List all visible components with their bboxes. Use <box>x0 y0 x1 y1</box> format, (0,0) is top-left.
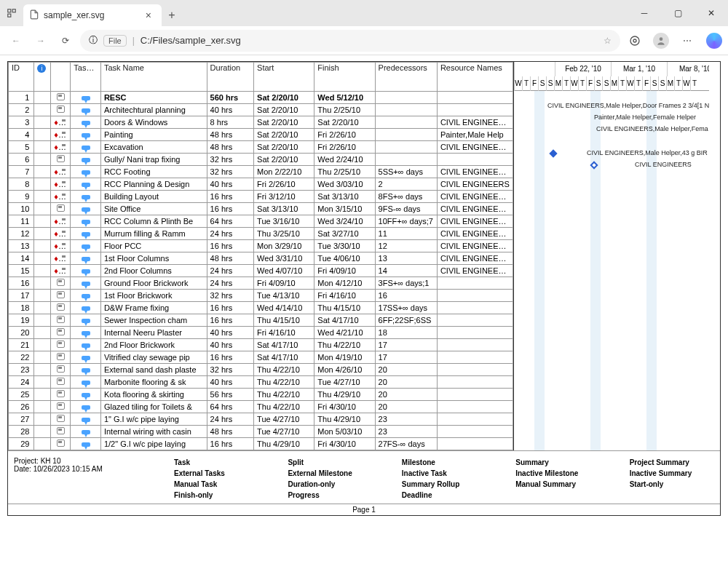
col-info[interactable]: i <box>34 63 51 92</box>
table-row[interactable]: 4♦ Painting48 hrsSat 2/20/10Fri 2/26/10P… <box>9 129 513 141</box>
legend-item: Summary <box>515 457 600 468</box>
col-resources[interactable]: Resource Names <box>437 63 513 92</box>
timeline-day-label: F <box>642 76 650 91</box>
svg-point-4 <box>633 39 636 42</box>
gantt-annotation: CIVIL ENGINEERS,Male Helper,Fema <box>596 125 708 132</box>
pin-icon <box>82 430 90 434</box>
weekend-stripe <box>590 91 601 450</box>
back-button[interactable]: ← <box>6 31 26 51</box>
legend-item: Manual Task <box>174 479 258 490</box>
favorite-icon[interactable]: ☆ <box>604 36 612 46</box>
note-icon <box>57 303 65 311</box>
table-row[interactable]: 8♦ RCC Planning & Design40 hrsFri 2/26/1… <box>9 178 513 191</box>
note-icon <box>57 316 65 323</box>
pin-icon <box>82 195 90 199</box>
header-row: ID i Task Mode Task Name Duration Start … <box>9 63 513 92</box>
extensions-icon[interactable] <box>625 31 645 51</box>
table-row[interactable]: 22Vitrified clay sewage pip16 hrsSat 4/1… <box>9 351 513 364</box>
pin-icon <box>82 269 90 274</box>
info-icon: i <box>37 64 46 73</box>
table-row[interactable]: 2Architechtural planning40 hrsSat 2/20/1… <box>9 104 513 116</box>
table-row[interactable]: 3♦ Doors & Windows8 hrsSat 2/20/10Sat 2/… <box>9 116 513 129</box>
col-start[interactable]: Start <box>254 63 314 92</box>
legend-item: Deadline <box>402 490 486 501</box>
browser-tab[interactable]: sample_xer.svg × <box>23 4 162 26</box>
timeline-day-label: T <box>674 76 682 91</box>
app-menu-icon[interactable] <box>0 8 23 18</box>
table-row[interactable]: 24Marbonite flooring & sk40 hrsThu 4/22/… <box>9 376 513 389</box>
timeline-day-label: S <box>594 76 602 91</box>
tab-title: sample_xer.svg <box>44 10 138 20</box>
col-id[interactable]: ID <box>9 63 34 92</box>
col-indicator[interactable] <box>51 63 71 92</box>
note-icon <box>57 106 65 113</box>
window-maximize-button[interactable]: ▢ <box>661 0 695 26</box>
legend-item: Inactive Summary <box>630 468 714 479</box>
col-name[interactable]: Task Name <box>100 63 207 92</box>
gantt-timeline[interactable]: Feb 22, '10Mar 1, '10Mar 8, '10 WTFSSMTW… <box>514 62 709 450</box>
table-row[interactable]: 9♦ Building Layout16 hrsFri 3/12/10Sat 3… <box>9 191 513 203</box>
table-row[interactable]: 6Gully/ Nani trap fixing32 hrsSat 2/20/1… <box>9 154 513 166</box>
page-icon <box>29 9 39 22</box>
table-row[interactable]: 11♦ RCC Column & Plinth Be64 hrsTue 3/16… <box>9 215 513 228</box>
timeline-day-label: S <box>602 76 610 91</box>
note-icon <box>57 353 65 360</box>
task-table[interactable]: ID i Task Mode Task Name Duration Start … <box>8 62 513 450</box>
table-row[interactable]: 20Internal Neeru Plaster40 hrsFri 4/16/1… <box>9 327 513 339</box>
table-row[interactable]: 15♦ 2nd Floor Columns24 hrsWed 4/07/10Fr… <box>9 265 513 277</box>
new-tab-button[interactable]: + <box>162 9 182 22</box>
table-row[interactable]: 19Sewer Inspection cham16 hrsThu 4/15/10… <box>9 314 513 327</box>
more-icon[interactable]: ⋯ <box>677 31 697 51</box>
note-icon <box>57 415 65 422</box>
pin-icon <box>82 232 90 236</box>
col-mode[interactable]: Task Mode <box>71 63 101 92</box>
table-row[interactable]: 291/2" G.I w/c pipe laying16 hrsThu 4/29… <box>9 438 513 450</box>
table-row[interactable]: 7♦ RCC Footing32 hrsMon 2/22/10Thu 2/25/… <box>9 166 513 178</box>
info-icon[interactable]: ⓘ <box>89 34 98 47</box>
table-row[interactable]: 18D&W Frame fixing16 hrsWed 4/14/10Thu 4… <box>9 302 513 314</box>
gantt-annotation: CIVIL ENGINEERS,Male Helper,Door Frames … <box>547 102 709 109</box>
timeline-day-label: S <box>546 76 554 91</box>
table-row[interactable]: 14♦ 1st Floor Columns48 hrsWed 3/31/10Tu… <box>9 252 513 265</box>
pin-icon <box>82 146 90 150</box>
window-close-button[interactable]: ✕ <box>695 0 728 26</box>
pin-icon <box>82 381 90 385</box>
table-row[interactable]: 212nd Floor Brickwork40 hrsSat 4/17/10Th… <box>9 339 513 351</box>
legend-item: Finish-only <box>174 490 258 501</box>
table-row[interactable]: 10Site Office16 hrsSat 3/13/10Mon 3/15/1… <box>9 203 513 215</box>
legend-item: Manual Summary <box>515 479 600 490</box>
window-minimize-button[interactable]: ─ <box>628 0 661 26</box>
table-row[interactable]: 171st Floor Brickwork32 hrsTue 4/13/10Fr… <box>9 290 513 302</box>
refresh-button[interactable]: ⟳ <box>55 31 76 51</box>
timeline-day-label: W <box>514 76 522 91</box>
legend-footer: Project: KH 10 Date: 10/26/2023 10:15 AM… <box>8 450 720 504</box>
table-row[interactable]: 12♦ Murrum filling & Ramm24 hrsThu 3/25/… <box>9 228 513 240</box>
pin-icon <box>82 207 90 212</box>
note-icon <box>57 439 65 447</box>
legend-item: External Tasks <box>174 468 258 479</box>
col-duration[interactable]: Duration <box>207 63 254 92</box>
table-row[interactable]: 23External sand dash plaste32 hrsThu 4/2… <box>9 364 513 376</box>
table-row[interactable]: 5♦ Excavation48 hrsSat 2/20/10Fri 2/26/1… <box>9 141 513 154</box>
timeline-day-label: S <box>650 76 658 91</box>
col-finish[interactable]: Finish <box>314 63 375 92</box>
table-row[interactable]: 16Ground Floor Brickwork24 hrsFri 4/09/1… <box>9 277 513 290</box>
pin-icon <box>82 96 90 100</box>
table-row[interactable]: 28Internal wiring with casin48 hrsTue 4/… <box>9 426 513 438</box>
table-row[interactable]: 26Glazed tiling for Toilets &64 hrsThu 4… <box>9 401 513 413</box>
table-row[interactable]: 13♦ Floor PCC16 hrsMon 3/29/10Tue 3/30/1… <box>9 240 513 252</box>
table-row[interactable]: 271" G.I w/c pipe laying24 hrsTue 4/27/1… <box>9 413 513 426</box>
pin-icon <box>82 158 90 162</box>
profile-button[interactable] <box>651 31 671 51</box>
pin-icon <box>82 331 90 335</box>
url-input[interactable]: ⓘ File | C:/Files/sample_xer.svg ☆ <box>80 30 620 52</box>
pin-icon <box>82 183 90 187</box>
timeline-day-label: T <box>690 76 698 91</box>
tab-close-icon[interactable]: × <box>143 9 154 21</box>
col-predecessors[interactable]: Predecessors <box>375 63 437 92</box>
table-row[interactable]: 25Kota flooring & skirting56 hrsThu 4/22… <box>9 389 513 401</box>
pin-icon <box>82 133 90 138</box>
copilot-icon[interactable] <box>706 33 722 49</box>
table-row[interactable]: 1RESC560 hrsSat 2/20/10Wed 5/12/10 <box>9 92 513 104</box>
timeline-day-label: S <box>658 76 666 91</box>
